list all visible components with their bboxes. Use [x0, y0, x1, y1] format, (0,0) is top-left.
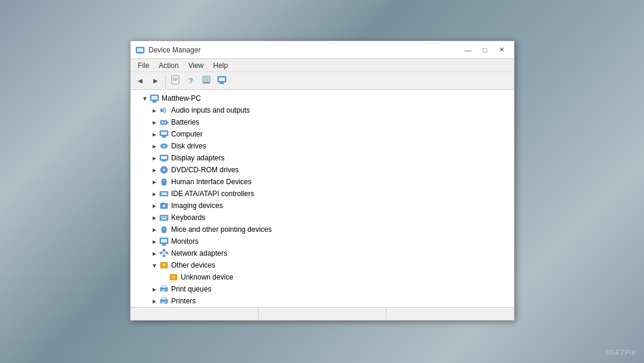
tree-item-display[interactable]: ► Display adapters: [131, 152, 514, 164]
svg-rect-51: [162, 218, 166, 219]
tree-item-hid[interactable]: ► Human Interface Devices: [131, 176, 514, 188]
tree-item-monitors[interactable]: ► Monitors: [131, 235, 514, 247]
tree-item-unknown[interactable]: ► ? Unknown device: [131, 271, 514, 283]
disk-arrow: ►: [150, 141, 159, 151]
mice-icon: [159, 225, 169, 234]
keyboards-label: Keyboards: [171, 213, 205, 222]
toolbar-sep-1: [165, 75, 166, 87]
svg-rect-22: [162, 122, 163, 123]
svg-rect-32: [162, 160, 166, 161]
tree-item-keyboards[interactable]: ► Keyboards: [131, 212, 514, 224]
close-button[interactable]: ✕: [494, 44, 509, 56]
watermark: liGETPiK: [605, 349, 637, 356]
svg-rect-27: [162, 137, 166, 138]
svg-line-63: [161, 251, 164, 252]
other-label: Other devices: [171, 261, 215, 269]
device-manager-window: Device Manager — □ ✕ File Action View He…: [130, 41, 515, 321]
update-button[interactable]: [199, 74, 213, 88]
root-expand-arrow: ▼: [140, 94, 150, 103]
tree-item-imaging[interactable]: ► Imaging devices: [131, 200, 514, 212]
svg-rect-20: [160, 120, 167, 125]
display-label: Display adapters: [171, 154, 224, 162]
window-title: Device Manager: [148, 46, 460, 54]
network-icon: [159, 249, 169, 258]
svg-rect-2: [138, 52, 142, 53]
tree-item-ide[interactable]: ► IDE ATA/ATAPI controllers: [131, 188, 514, 200]
monitors-label: Monitors: [171, 237, 199, 246]
batteries-label: Batteries: [171, 118, 199, 126]
svg-rect-17: [153, 101, 156, 102]
back-button[interactable]: ◄: [133, 74, 147, 88]
other-arrow: ▼: [150, 260, 159, 270]
help-button[interactable]: ?: [184, 74, 198, 88]
unknown-icon: ?: [169, 272, 178, 282]
display-button[interactable]: [215, 74, 229, 88]
update-icon: [202, 75, 211, 86]
device-tree[interactable]: ▼ Matthew-PC ► Audio inputs and outputs …: [131, 90, 514, 307]
display-icon: [159, 153, 169, 163]
svg-rect-73: [162, 291, 165, 291]
printers-label: Printers: [171, 297, 196, 305]
svg-line-64: [164, 251, 167, 252]
maximize-button[interactable]: □: [477, 44, 493, 56]
disk-label: Disk drives: [171, 142, 206, 150]
svg-point-54: [163, 228, 165, 229]
help-icon: ?: [188, 76, 193, 85]
properties-button[interactable]: [168, 74, 182, 88]
display-arrow: ►: [150, 153, 159, 163]
printers-arrow: ►: [150, 296, 159, 306]
svg-rect-18: [152, 102, 157, 103]
printq-label: Print queues: [171, 285, 211, 293]
network-label: Network adapters: [171, 249, 227, 257]
tree-item-printq[interactable]: ► Print queues: [131, 283, 514, 295]
root-icon: [150, 94, 159, 103]
svg-rect-77: [162, 303, 165, 303]
computer-icon: [159, 129, 169, 139]
tree-item-audio[interactable]: ► Audio inputs and outputs: [131, 104, 514, 116]
tree-root[interactable]: ▼ Matthew-PC: [131, 92, 514, 104]
menu-help[interactable]: Help: [209, 60, 233, 71]
imaging-icon: [159, 201, 169, 210]
tree-item-other[interactable]: ▼ ? Other devices: [131, 259, 514, 271]
tree-item-network[interactable]: ► Network adapters: [131, 247, 514, 259]
svg-rect-21: [167, 122, 168, 123]
window-controls: — □ ✕: [460, 44, 509, 56]
hid-icon: [159, 177, 169, 187]
tree-item-computer[interactable]: ► Computer: [131, 128, 514, 140]
svg-rect-23: [165, 122, 166, 123]
svg-rect-75: [162, 297, 166, 300]
forward-button[interactable]: ►: [148, 74, 163, 88]
monitors-arrow: ►: [150, 237, 159, 246]
other-icon: ?: [159, 260, 169, 270]
svg-rect-9: [204, 77, 209, 81]
window-icon: [135, 45, 145, 55]
back-icon: ◄: [137, 76, 144, 85]
tree-item-printers[interactable]: ► Printers: [131, 295, 514, 307]
svg-rect-3: [138, 53, 143, 54]
audio-icon: [159, 106, 169, 115]
svg-rect-31: [161, 156, 167, 159]
svg-rect-1: [137, 48, 143, 52]
svg-rect-12: [219, 77, 225, 81]
menu-file[interactable]: File: [133, 60, 154, 71]
svg-rect-59: [163, 249, 165, 251]
printers-icon: [159, 296, 169, 306]
minimize-button[interactable]: —: [460, 44, 476, 56]
svg-point-29: [163, 145, 165, 147]
audio-label: Audio inputs and outputs: [171, 106, 250, 114]
svg-point-36: [163, 169, 165, 170]
tree-item-mice[interactable]: ► Mice and other pointing devices: [131, 224, 514, 235]
svg-rect-62: [163, 255, 165, 257]
keyboards-icon: [159, 213, 169, 222]
tree-item-disk[interactable]: ► Disk drives: [131, 140, 514, 152]
imaging-arrow: ►: [150, 201, 159, 210]
menu-view[interactable]: View: [184, 60, 209, 71]
svg-text:?: ?: [163, 263, 166, 268]
svg-rect-58: [162, 245, 166, 246]
tree-item-batteries[interactable]: ► Batteries: [131, 116, 514, 128]
ide-arrow: ►: [150, 189, 159, 198]
svg-rect-14: [219, 83, 224, 84]
toolbar: ◄ ► ?: [131, 72, 514, 90]
menu-action[interactable]: Action: [154, 60, 183, 71]
tree-item-dvd[interactable]: ► DVD/CD-ROM drives: [131, 164, 514, 176]
